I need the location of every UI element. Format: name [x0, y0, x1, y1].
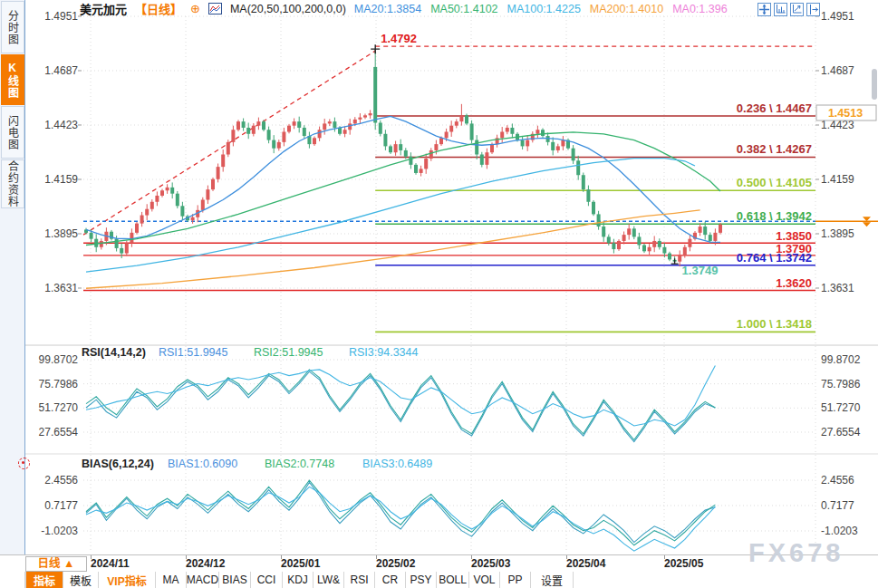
rsi-axis-right: 99.8702 [821, 353, 861, 366]
bias-axis-left: -1.0203 [41, 525, 78, 537]
y-axis-label-right: 1.3631 [821, 282, 854, 294]
toolbar-item-[interactable]: 模板 [63, 572, 99, 588]
rsi-series-label: RSI2:51.9945 [254, 346, 323, 359]
toolbar-item-cr[interactable]: CR [375, 572, 406, 588]
toolbar-item-cci[interactable]: CCI [251, 572, 283, 588]
date-label: 2024/12 [186, 557, 225, 570]
period-button[interactable]: 日线 ▲ [25, 556, 87, 572]
candle-body [217, 167, 220, 179]
export-icon[interactable] [806, 3, 820, 16]
candle-body [343, 130, 347, 134]
candle-body [287, 126, 291, 132]
move-icon[interactable] [757, 3, 771, 16]
candle-body [145, 209, 149, 216]
sidebar-tab-3[interactable]: 闪电图 [1, 106, 24, 159]
candle-body [120, 248, 123, 254]
rsi-title: RSI(14,14,2) [82, 346, 146, 359]
bias-axis-right: 2.4556 [821, 474, 854, 487]
candle-body [551, 142, 555, 150]
bias-axis-right: -1.0203 [821, 525, 858, 537]
candle-body [541, 130, 545, 136]
sidebar-tab-2[interactable]: K线图 [1, 54, 24, 105]
chart-axes-icon[interactable] [774, 3, 787, 16]
chart-canvas: 1.49511.49511.46871.46871.44231.44231.41… [0, 0, 878, 554]
y-axis-label-left: 1.4687 [44, 64, 78, 77]
candle-body [607, 236, 611, 243]
candle-body [348, 123, 352, 130]
bias-series-label: BIAS2:0.7748 [265, 458, 334, 470]
candle-body [369, 113, 372, 115]
sidebar-tab-label: 合约资料 [5, 160, 21, 207]
rsi-axis-left: 99.8702 [39, 353, 79, 366]
candle-body [713, 233, 717, 241]
bias-axis-right: 0.7177 [821, 499, 854, 512]
toolbar-item-macd[interactable]: MACD [187, 572, 219, 588]
candle-body [658, 241, 661, 247]
price-line-label: 1.3620 [776, 276, 812, 290]
candle-body [637, 236, 641, 245]
bottom-toolbar: 指标模板VIP指标MAMACDBIASCCIKDJLW&RSICRPSYBOLL… [0, 572, 878, 588]
candle-body [170, 188, 174, 194]
candle-body [597, 214, 601, 227]
toolbar-spacer [0, 572, 25, 588]
chart-type-icon [208, 3, 222, 14]
candle-body [236, 121, 240, 130]
ma-value-label: MA200:1.4010 [590, 3, 663, 15]
candle-body [358, 118, 362, 120]
toolbar-item-boll[interactable]: BOLL [437, 572, 469, 588]
toolbar-item-ma[interactable]: MA [156, 572, 187, 588]
toolbar-item-kdj[interactable]: KDJ [283, 572, 314, 588]
fib-label: 0.500 \ 1.4105 [737, 176, 812, 189]
bias-series-label: BIAS1:0.6090 [168, 458, 237, 470]
toolbar-item-[interactable]: 指标 [25, 572, 63, 588]
toolbar-item-vip[interactable]: VIP指标 [99, 572, 156, 588]
candle-body [353, 120, 357, 124]
rsi-axis-left: 51.7270 [39, 401, 79, 414]
candle-body [206, 189, 209, 199]
chart-arrow-icon[interactable] [790, 3, 804, 16]
candle-body [678, 255, 681, 262]
candle-body [227, 142, 230, 155]
candle-body [221, 154, 225, 167]
y-axis-label-left: 1.4951 [44, 10, 78, 23]
y-axis-label-left: 1.3895 [44, 227, 78, 240]
candle-body [267, 130, 271, 140]
candle-body [475, 140, 478, 155]
candle-body [699, 227, 702, 233]
indicator-hot-icon[interactable] [18, 458, 30, 469]
rsi2-line [86, 370, 715, 440]
candle-body [526, 140, 529, 147]
candle-body [318, 130, 322, 138]
toolbar-item-[interactable]: 设置 [531, 572, 574, 588]
toolbar-item-lw[interactable]: LW& [314, 572, 344, 588]
candle-body [180, 206, 184, 216]
candle-body [125, 243, 129, 253]
candle-body [622, 235, 626, 241]
toolbar-item-pp[interactable]: PP [500, 572, 531, 588]
toolbar-item-bias[interactable]: BIAS [219, 572, 251, 588]
candle-body [546, 136, 550, 142]
candle-body [363, 115, 367, 117]
sidebar-tab-4[interactable]: 合约资料 [1, 159, 24, 208]
candle-body [252, 126, 256, 134]
date-label: 2025/04 [566, 557, 605, 570]
candle-body [572, 149, 575, 161]
sidebar-tab-1[interactable]: 分时图 [1, 1, 24, 53]
candle-body [420, 169, 423, 173]
candle-body [282, 131, 285, 141]
scrollbar-thumb[interactable] [872, 69, 877, 100]
toolbar-item-rsi[interactable]: RSI [344, 572, 375, 588]
candle-body [328, 121, 332, 123]
candle-body [246, 128, 250, 134]
candle-body [668, 254, 671, 260]
ma50-line [86, 132, 720, 246]
add-compare-icon[interactable]: ⊕ [190, 2, 200, 15]
candle-body [150, 202, 154, 209]
rsi-series-label: RSI3:94.3344 [349, 346, 418, 359]
toolbar-item-vol[interactable]: VOL [469, 572, 500, 588]
candle-body [683, 247, 687, 255]
toolbar-item-psy[interactable]: PSY [406, 572, 437, 588]
candle-body [510, 128, 514, 134]
candle-body [191, 217, 195, 220]
candle-body [652, 241, 656, 247]
